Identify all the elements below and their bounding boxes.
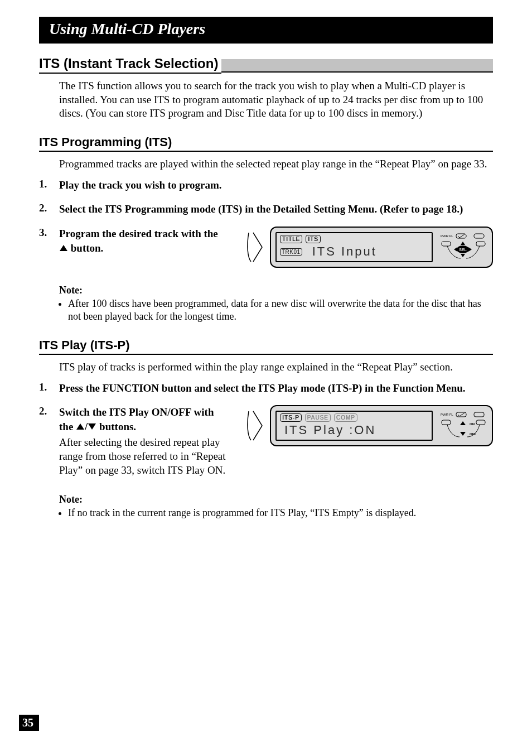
pointer-icon	[245, 229, 264, 265]
its-play-steps: Press the FUNCTION button and select the…	[39, 381, 493, 478]
pause-badge: PAUSE	[305, 413, 331, 422]
its-prog-step-2: Select the ITS Programming mode (ITS) in…	[39, 202, 493, 216]
comp-badge: COMP	[334, 413, 357, 422]
note-list: After 100 discs have been programmed, da…	[59, 297, 493, 324]
lcd-control-diagram: PWR FL ON	[439, 411, 487, 440]
svg-rect-3	[442, 242, 451, 246]
down-triangle-icon	[88, 423, 96, 430]
lcd-screen: ITS-P PAUSE COMP ITS Play :ON	[275, 411, 433, 441]
svg-marker-18	[460, 432, 466, 436]
up-triangle-icon	[60, 245, 67, 251]
svg-rect-15	[476, 420, 485, 425]
chapter-title: Using Multi-CD Players	[49, 20, 205, 37]
pointer-icon	[245, 408, 264, 444]
its-prog-intro: Programmed tracks are played within the …	[59, 157, 493, 171]
its-prog-step-3: Program the desired track with the butto…	[39, 227, 493, 268]
lcd-panel: TITLE ITS TRK01 ITS Input PWR	[270, 227, 493, 268]
svg-text:ON: ON	[470, 422, 475, 426]
svg-text:PWR FL: PWR FL	[441, 413, 453, 416]
its-play-step-1: Press the FUNCTION button and select the…	[39, 381, 493, 396]
page: Using Multi-CD Players ITS (Instant Trac…	[0, 0, 532, 742]
note-title: Note:	[59, 494, 493, 505]
svg-rect-13	[474, 412, 484, 417]
section-its-prog-title: ITS Programming (ITS)	[39, 135, 493, 152]
svg-rect-2	[474, 234, 484, 238]
svg-text:PWR FL: PWR FL	[441, 234, 453, 238]
note-title: Note:	[59, 285, 493, 296]
svg-rect-12	[456, 412, 466, 417]
lcd-main-text: ITS Play :ON	[284, 423, 376, 437]
svg-marker-6	[461, 254, 465, 257]
section-its-play-title: ITS Play (ITS-P)	[39, 338, 493, 355]
its-intro-paragraph: The ITS function allows you to search fo…	[59, 79, 493, 121]
its-badge: ITS	[306, 235, 321, 243]
title-badge: TITLE	[280, 235, 302, 243]
its-play-intro: ITS play of tracks is performed within t…	[59, 360, 493, 374]
svg-rect-1	[456, 234, 466, 238]
itsp-badge: ITS-P	[280, 413, 302, 422]
its-prog-steps: Play the track you wish to program. Sele…	[39, 178, 493, 268]
lcd-figure-its-play: ITS-P PAUSE COMP ITS Play :ON	[245, 405, 493, 446]
section-its-heading: ITS (Instant Track Selection)	[39, 56, 493, 73]
its-play-step-2: Switch the ITS Play ON/OFF with the / bu…	[39, 405, 493, 477]
page-number: 35	[19, 715, 39, 731]
svg-marker-5	[461, 242, 465, 245]
step-text: Switch the ITS Play ON/OFF with the / bu…	[59, 405, 226, 434]
note-item: After 100 discs have been programmed, da…	[68, 297, 493, 324]
lcd-panel: ITS-P PAUSE COMP ITS Play :ON	[270, 405, 493, 446]
its-prog-note: Note: After 100 discs have been programm…	[59, 285, 493, 324]
svg-rect-4	[476, 242, 485, 246]
lcd-screen: TITLE ITS TRK01 ITS Input	[275, 232, 433, 262]
step-text: Select the ITS Programming mode (ITS) in…	[59, 202, 493, 216]
up-triangle-icon	[76, 423, 84, 430]
trk-badge: TRK01	[280, 248, 302, 256]
step-text: Program the desired track with the butto…	[59, 227, 226, 255]
its-play-note: Note: If no track in the current range i…	[59, 494, 493, 519]
lcd-control-diagram: PWR FL	[439, 233, 487, 262]
step-sub-text: After selecting the desired repeat play …	[59, 436, 226, 477]
note-list: If no track in the current range is prog…	[59, 507, 493, 519]
svg-marker-16	[460, 421, 466, 425]
note-item: If no track in the current range is prog…	[68, 507, 493, 519]
its-prog-step-1: Play the track you wish to program.	[39, 178, 493, 192]
step-text: Play the track you wish to program.	[59, 178, 493, 192]
lcd-figure-its-input: TITLE ITS TRK01 ITS Input PWR	[245, 227, 493, 268]
svg-rect-14	[442, 420, 451, 425]
svg-text:SEL: SEL	[459, 248, 467, 252]
chapter-title-bar: Using Multi-CD Players	[39, 17, 493, 44]
section-its-title: ITS (Instant Track Selection)	[39, 56, 221, 74]
step-text: Press the FUNCTION button and select the…	[59, 381, 493, 396]
lcd-main-text: ITS Input	[312, 244, 377, 259]
